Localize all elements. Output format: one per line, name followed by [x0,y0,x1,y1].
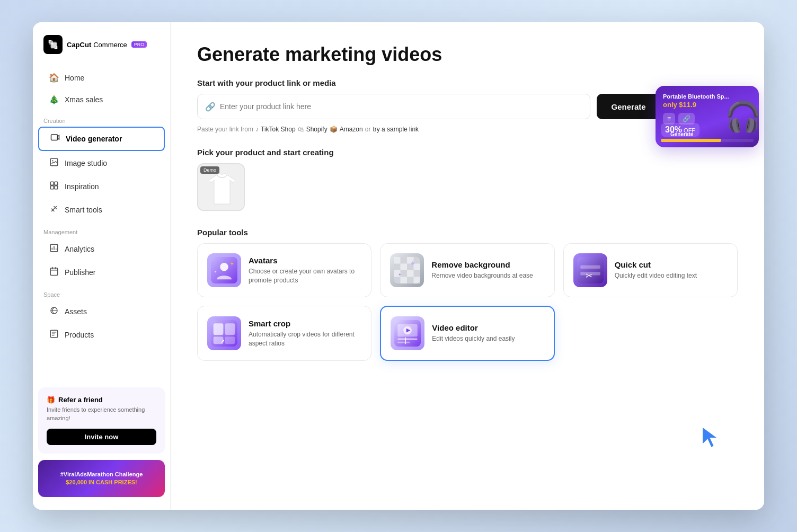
float-discount: 30% OFF [661,123,754,142]
tiktok-shop-link[interactable]: TikTok Shop [261,126,296,133]
sidebar-item-products[interactable]: Products [38,324,165,346]
sidebar-item-smart-tools-label: Smart tools [65,206,102,214]
tool-card-remove-bg[interactable]: ✦ ✦ Remove background Remove video backg… [380,243,554,297]
inspiration-icon [49,181,59,192]
invite-button[interactable]: Invite now [47,429,156,445]
app-window: CapCut Commerce PRO 🏠 Home 🎄 Xmas sales … [33,22,764,510]
input-section-label: Start with your product link or media [197,78,738,87]
sidebar-item-video-generator[interactable]: Video generator [38,127,165,151]
svg-marker-43 [702,427,718,448]
tools-section-label: Popular tools [197,228,738,237]
creation-section-label: Creation [33,110,170,126]
svg-text:✦: ✦ [398,272,402,277]
floating-preview-panel: Portable Bluetooth Sp... only $11.9 ≡ 🔗 … [656,86,759,147]
svg-rect-27 [580,265,600,269]
sidebar-item-video-generator-label: Video generator [66,135,122,143]
svg-rect-0 [51,135,58,140]
svg-rect-4 [55,182,58,185]
sidebar-item-inspiration[interactable]: Inspiration [38,175,165,198]
product-section-label: Pick your product and start creating [197,148,738,157]
promo-text: #ViralAdsMarathon Challenge $20,000 IN C… [60,471,143,487]
video-editor-tool-desc: Edit videos quickly and easily [432,334,515,343]
tools-grid-row2: ↗ Smart crop Automatically crop videos f… [197,306,738,361]
demo-badge: Demo [200,166,219,174]
url-input[interactable] [220,102,582,111]
generate-button[interactable]: Generate [597,94,661,119]
sidebar-item-assets[interactable]: Assets [38,300,165,323]
refer-desc: Invite friends to experience something a… [47,406,156,422]
smart-crop-tool-info: Smart crop Automatically crop videos for… [249,319,361,348]
svg-rect-31 [214,323,224,335]
logo-area: CapCut Commerce PRO [33,35,170,67]
video-generator-icon [50,133,60,145]
svg-rect-42 [405,338,406,344]
pro-badge: PRO [131,41,147,48]
video-editor-tool-name: Video editor [432,323,515,332]
quick-cut-tool-name: Quick cut [615,260,697,269]
svg-rect-16 [394,257,401,264]
sidebar-item-analytics-label: Analytics [65,245,94,253]
tool-card-quick-cut[interactable]: ✂ Quick cut Quickly edit video editing t… [563,243,738,297]
remove-bg-tool-info: Remove background Remove video backgroun… [431,260,533,280]
sidebar-item-image-studio[interactable]: Image studio [38,152,165,174]
management-section-label: Management [33,221,170,237]
quick-cut-tool-info: Quick cut Quickly edit video editing tex… [615,260,697,280]
sidebar-item-smart-tools[interactable]: Smart tools [38,199,165,221]
tool-card-smart-crop[interactable]: ↗ Smart crop Automatically crop videos f… [197,306,371,361]
logo-text: CapCut Commerce PRO [67,41,147,49]
quick-cut-tool-icon: ✂ [573,253,607,287]
svg-text:✦: ✦ [214,270,217,273]
svg-rect-22 [401,277,408,284]
sidebar-item-home[interactable]: 🏠 Home [38,67,165,88]
sidebar-item-image-studio-label: Image studio [65,159,107,167]
xmas-icon: 🎄 [49,94,59,104]
image-studio-icon [49,157,59,169]
refer-icon: 🎁 [47,396,55,404]
url-input-wrap[interactable]: 🔗 [197,94,590,119]
sidebar-item-publisher-label: Publisher [65,268,95,277]
sidebar-item-analytics[interactable]: Analytics [38,238,165,260]
svg-rect-5 [50,186,54,189]
svg-point-12 [220,263,228,271]
sidebar-item-xmas-label: Xmas sales [65,95,103,104]
svg-rect-3 [50,182,54,185]
page-title: Generate marketing videos [197,43,738,66]
cursor-indicator [699,424,726,453]
svg-rect-8 [50,268,58,276]
svg-rect-23 [414,277,421,284]
products-icon [49,329,59,341]
tool-card-video-editor[interactable]: Video editor Edit videos quickly and eas… [380,306,554,361]
tool-card-avatars[interactable]: ✦ ✦ Avatars Choose or create your own av… [197,243,371,297]
product-card-shirt[interactable]: Demo [197,163,245,211]
sidebar-item-publisher[interactable]: Publisher [38,261,165,283]
tools-grid-row1: ✦ ✦ Avatars Choose or create your own av… [197,243,738,297]
remove-bg-tool-icon: ✦ ✦ [390,253,424,287]
try-sample-link[interactable]: try a sample link [373,126,419,133]
product-grid: Demo [197,163,738,211]
remove-bg-tool-name: Remove background [431,260,533,269]
smart-crop-tool-desc: Automatically crop videos for different … [249,330,361,348]
refer-title: 🎁 Refer a friend [47,396,156,404]
video-editor-tool-info: Video editor Edit videos quickly and eas… [432,323,515,343]
publisher-icon [49,267,59,278]
shopify-link[interactable]: Shopify [306,126,327,133]
paste-hint-text: Paste your link from [197,126,253,133]
video-editor-tool-icon [391,316,424,350]
smart-crop-tool-icon: ↗ [207,316,241,350]
logo-icon [43,35,63,54]
link-icon: 🔗 [205,102,216,112]
svg-rect-40 [398,338,418,340]
svg-rect-34 [225,336,235,344]
svg-text:✦: ✦ [230,261,234,267]
sidebar-bottom: 🎁 Refer a friend Invite friends to exper… [33,387,170,497]
smart-tools-icon [49,204,59,216]
sidebar-item-xmas[interactable]: 🎄 Xmas sales [38,89,165,110]
amazon-link[interactable]: Amazon [340,126,363,133]
refer-card: 🎁 Refer a friend Invite friends to exper… [38,387,165,454]
or-paste: or [365,126,371,133]
quick-cut-tool-desc: Quickly edit video editing text [615,271,697,280]
sidebar: CapCut Commerce PRO 🏠 Home 🎄 Xmas sales … [33,22,171,510]
remove-bg-tool-desc: Remove video backgrounds at ease [431,271,533,280]
space-section-label: Space [33,284,170,300]
amazon-icon: 📦 [330,126,338,133]
